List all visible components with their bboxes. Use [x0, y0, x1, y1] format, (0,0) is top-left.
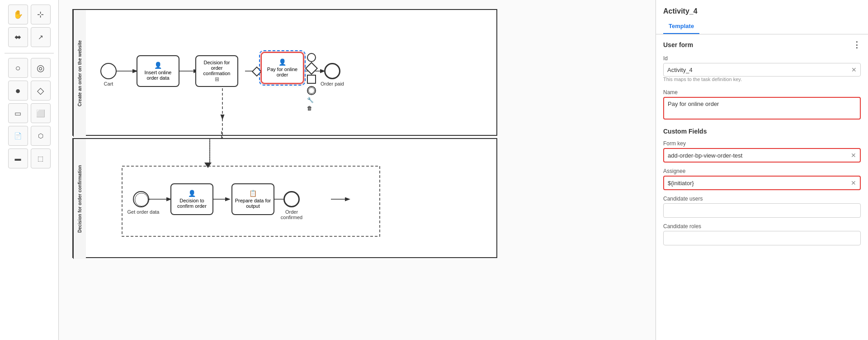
decision-confirmation-task[interactable]: Decision for order confirmation ⊞ [195, 55, 238, 87]
user-form-section-title: User form ⋮ [656, 34, 868, 53]
insert-online-task[interactable]: 👤 Insert online order data [137, 55, 179, 87]
script-icon-prepare: 📋 [249, 190, 257, 197]
lane-bottom: Decision for order confirmation [72, 138, 497, 258]
doc-tool[interactable]: 📄 [8, 126, 28, 146]
name-field-group: Name Pay for online order [656, 86, 868, 122]
form-key-input[interactable]: add-order-bp-view-order-test ✕ [663, 148, 861, 163]
cart-label: Cart [93, 81, 124, 86]
down-triangle [204, 163, 212, 168]
insert-online-label: Insert online order data [139, 70, 177, 81]
assignee-input[interactable]: ${initiator} ✕ [663, 176, 861, 190]
section-menu-dots[interactable]: ⋮ [853, 40, 861, 50]
order-paid-label: Order paid [316, 81, 348, 86]
name-input[interactable]: Pay for online order [663, 97, 861, 120]
form-key-clear-button[interactable]: ✕ [851, 152, 856, 159]
bpmn-diagram: Create an order on the website [72, 9, 479, 281]
lasso-tool[interactable]: ↗ [31, 27, 51, 47]
cart-start-event[interactable] [100, 63, 117, 79]
id-input[interactable]: Activity_4 ✕ [663, 63, 861, 77]
circle-filled-tool[interactable]: ● [8, 81, 28, 101]
properties-panel: Properties Panel Activity_4 Template Use… [656, 0, 868, 340]
order-confirmed-label: Order confirmed [276, 209, 307, 220]
person-icon-decision: 👤 [188, 190, 196, 197]
custom-fields-section-title: Custom Fields [656, 122, 868, 138]
small-rect-tool[interactable]: ▬ [8, 148, 28, 168]
candidate-roles-label: Candidate roles [663, 223, 861, 230]
tab-template[interactable]: Template [663, 19, 699, 34]
gateway-mini [252, 67, 262, 77]
dashed-rect-tool[interactable]: ⬚ [31, 148, 51, 168]
connect-tool[interactable]: ⬌ [8, 27, 28, 47]
pay-online-task[interactable]: 👤 Pay for online order [261, 52, 304, 84]
form-key-field-group: Form key add-order-bp-view-order-test ✕ [656, 138, 868, 165]
lane-top: Create an order on the website [72, 9, 497, 136]
rect-bold-tool[interactable]: ⬜ [31, 103, 51, 123]
event-small-1 [307, 53, 316, 62]
id-label: Id [663, 55, 861, 62]
id-clear-button[interactable]: ✕ [851, 66, 857, 73]
hand-tool[interactable]: ✋ [8, 5, 28, 24]
diamond-tool[interactable]: ◇ [31, 81, 51, 101]
rect-small [307, 75, 316, 84]
event-small-2 [307, 86, 316, 95]
person-icon-insert: 👤 [154, 62, 162, 69]
assignee-field-group: Assignee ${initiator} ✕ [656, 165, 868, 193]
left-toolbar: ✋ ⊹ ⬌ ↗ ○ ◎ ● ◇ ▭ ⬜ 📄 ⬡ ▬ ⬚ [0, 0, 59, 340]
form-key-label: Form key [663, 140, 861, 147]
order-confirmed-end [283, 191, 300, 207]
assignee-label: Assignee [663, 168, 861, 174]
order-paid-end [324, 63, 340, 79]
subprocess-plus: ⊞ [215, 76, 219, 82]
tool-icon-delete: 🗑 [307, 105, 316, 111]
pointer-tool[interactable]: ⊹ [31, 5, 51, 24]
name-label: Name [663, 89, 861, 96]
tab-bar: Template [656, 19, 868, 34]
candidate-users-input[interactable] [663, 203, 861, 218]
canvas-area[interactable]: 🗺 Create an order on the website [59, 0, 656, 340]
assignee-clear-button[interactable]: ✕ [851, 179, 856, 187]
cylinder-tool[interactable]: ⬡ [31, 126, 51, 146]
candidate-users-label: Candidate users [663, 196, 861, 202]
decision-confirm-label: Decision to confirm order [173, 198, 211, 209]
prepare-data-label: Prepare data for output [234, 198, 272, 209]
gateway-small [305, 62, 318, 75]
tool-icon-gear: 🔧 [307, 97, 316, 103]
rect-tool[interactable]: ▭ [8, 103, 28, 123]
lane-top-label: Create an order on the website [73, 10, 86, 137]
candidate-roles-field-group: Candidate roles [656, 220, 868, 248]
bottom-start-event [133, 191, 149, 207]
decision-confirm-task[interactable]: 👤 Decision to confirm order [170, 183, 213, 215]
panel-title: Activity_4 [656, 0, 868, 19]
get-order-data-label: Get order data [125, 209, 161, 215]
prepare-data-task[interactable]: 📋 Prepare data for output [231, 183, 274, 215]
circle-empty-tool[interactable]: ○ [8, 58, 28, 78]
pay-online-label: Pay for online order [264, 67, 301, 77]
id-helper-text: This maps to the task definition key. [663, 77, 861, 82]
name-textarea[interactable]: Pay for online order [668, 101, 856, 114]
decision-confirmation-label: Decision for order confirmation [198, 60, 236, 76]
lane-bottom-label: Decision for order confirmation [73, 139, 86, 259]
person-icon-pay: 👤 [278, 58, 286, 66]
circle-double-tool[interactable]: ◎ [31, 58, 51, 78]
candidate-roles-input[interactable] [663, 231, 861, 245]
candidate-users-field-group: Candidate users [656, 193, 868, 220]
id-field-group: Id Activity_4 ✕ This maps to the task de… [656, 53, 868, 86]
